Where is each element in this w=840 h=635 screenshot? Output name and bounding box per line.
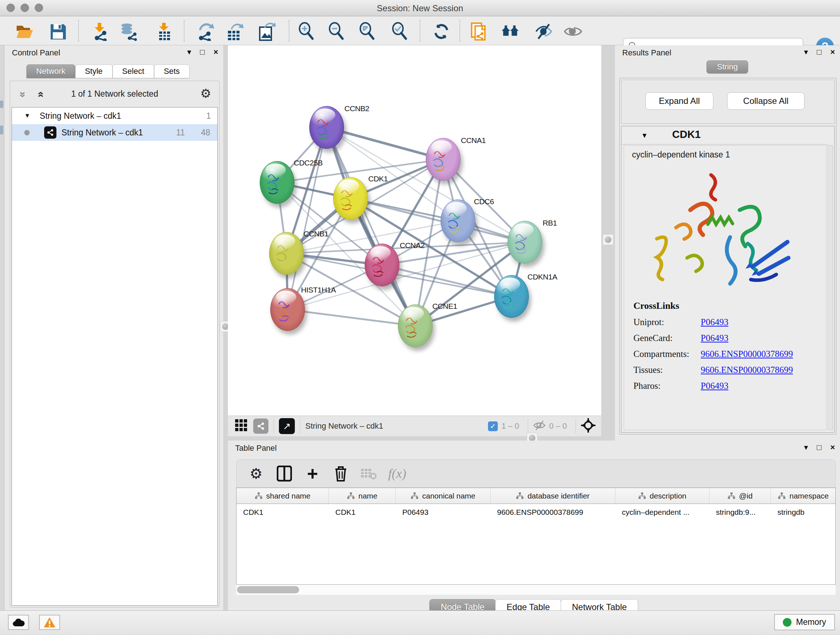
right-splitter[interactable]	[601, 45, 615, 440]
crosslink-link[interactable]: P06493	[701, 381, 728, 391]
collapse-gene-icon[interactable]: ▾	[643, 131, 646, 140]
crosslink-link[interactable]: 9606.ENSP00000378699	[701, 365, 793, 375]
column--id[interactable]: @id	[709, 488, 771, 504]
import-table-icon[interactable]	[155, 22, 174, 41]
expand-all-button[interactable]: Expand All	[645, 92, 714, 110]
column-namespace[interactable]: namespace	[771, 488, 836, 504]
export-network-icon[interactable]	[196, 22, 215, 41]
refresh-icon[interactable]	[432, 22, 451, 41]
node-CDKN1A[interactable]	[494, 275, 529, 318]
bottom-splitter[interactable]	[228, 436, 601, 440]
table-panel: Table Panel ▾ □ × ⚙ + f(x) shared namena…	[228, 440, 840, 610]
node-CCNB1[interactable]	[269, 232, 304, 275]
crosslink-link[interactable]: P06493	[701, 317, 728, 327]
node-CDC25B[interactable]	[260, 161, 294, 204]
edge-CCNE1-HIST1H1A[interactable]	[287, 310, 415, 326]
node-CDC6[interactable]	[441, 200, 475, 242]
network-canvas[interactable]: CCNB2CCNA1CDC25BCDK1CDC6RB1CCNB1CCNA2CDK…	[228, 45, 601, 416]
table-settings-gear-icon[interactable]: ⚙	[248, 465, 265, 482]
export-table-icon[interactable]	[225, 22, 244, 41]
memory-button[interactable]: Memory	[774, 614, 835, 630]
cell--id[interactable]: stringdb:9...	[709, 504, 771, 521]
node-CCNE1[interactable]	[398, 304, 433, 347]
string-home-icon[interactable]	[501, 22, 520, 41]
tree-expand-icon[interactable]: ▼	[24, 112, 30, 119]
panel-float-icon[interactable]: ▾	[804, 443, 808, 452]
import-network-from-database-icon[interactable]	[119, 22, 138, 41]
edge-CDK1-RB1[interactable]	[351, 198, 525, 242]
panel-float-icon[interactable]: ▾	[804, 48, 808, 57]
panel-close-icon[interactable]: ×	[830, 48, 835, 57]
cell-shared-name[interactable]: CDK1	[237, 504, 329, 521]
open-in-window-icon[interactable]: ↗	[279, 418, 295, 434]
results-panel-header: Results Panel ▾ □ ×	[615, 45, 840, 61]
table-h-scroll-thumb[interactable]	[237, 586, 299, 593]
panel-close-icon[interactable]: ×	[213, 48, 218, 57]
tab-style[interactable]: Style	[75, 65, 112, 78]
network-options-gear-icon[interactable]: ⚙	[201, 86, 211, 101]
node-HIST1H1A[interactable]	[270, 288, 305, 331]
birds-eye-crosshair-icon[interactable]	[581, 418, 595, 434]
hide-unselected-icon[interactable]	[535, 22, 554, 41]
warning-status-icon[interactable]	[39, 615, 60, 630]
cell-canonical-name[interactable]: P06493	[396, 504, 491, 521]
import-network-icon[interactable]	[90, 22, 109, 41]
tab-network[interactable]: Network	[27, 65, 75, 78]
delete-column-icon[interactable]	[332, 465, 349, 482]
collapse-all-button[interactable]: Collapse All	[727, 92, 805, 110]
gene-card-header[interactable]: ▾ CDK1	[622, 126, 829, 144]
show-columns-icon[interactable]	[276, 465, 293, 482]
network-row-selected[interactable]: String Network – cdk1 11 48	[12, 124, 218, 141]
node-CDK1[interactable]	[333, 177, 368, 220]
column-shared-name[interactable]: shared name	[237, 488, 329, 504]
column-database-identifier[interactable]: database identifier	[491, 488, 615, 504]
export-image-icon[interactable]	[257, 22, 276, 41]
grid-view-icon[interactable]	[235, 419, 248, 433]
column-name[interactable]: name	[329, 488, 396, 504]
cell-name[interactable]: CDK1	[329, 504, 396, 521]
network-collection-row[interactable]: ▼ String Network – cdk1 1	[12, 108, 218, 124]
crosslink-label: Uniprot:	[633, 317, 701, 327]
cell-description[interactable]: cyclin–dependent ...	[615, 504, 709, 521]
selected-nodes-checkbox-icon[interactable]: ✓	[488, 421, 498, 431]
tab-sets[interactable]: Sets	[154, 65, 189, 78]
node-RB1[interactable]	[508, 221, 542, 264]
results-scrollbar[interactable]	[828, 145, 833, 430]
open-session-icon[interactable]	[15, 22, 34, 41]
node-CCNA2[interactable]	[365, 244, 399, 287]
panel-maximize-icon[interactable]: □	[200, 48, 205, 57]
edge-CCNB2-CCNA1[interactable]	[327, 127, 443, 159]
zoom-fit-icon[interactable]	[358, 22, 377, 41]
node-attribute-icon	[411, 492, 418, 500]
zoom-in-icon[interactable]	[297, 22, 316, 41]
node-CCNA1[interactable]	[426, 138, 461, 181]
column-canonical-name[interactable]: canonical name	[396, 488, 491, 504]
table-h-scrollbar[interactable]	[236, 585, 836, 595]
network-current-dot-icon	[24, 130, 30, 135]
cloud-status-icon[interactable]	[8, 615, 29, 630]
left-splitter[interactable]	[223, 45, 228, 610]
network-share-toggle-icon[interactable]	[253, 418, 268, 434]
right-splitter-handle[interactable]	[603, 234, 614, 245]
panel-float-icon[interactable]: ▾	[187, 48, 191, 57]
add-column-icon[interactable]: +	[304, 465, 321, 482]
crosslink-link[interactable]: 9606.ENSP00000378699	[701, 349, 793, 359]
save-session-icon[interactable]	[49, 22, 67, 41]
zoom-selected-icon[interactable]	[391, 22, 409, 41]
table-row[interactable]: CDK1CDK1P064939606.ENSP00000378699cyclin…	[237, 504, 835, 521]
zoom-out-icon[interactable]	[327, 22, 346, 41]
panel-maximize-icon[interactable]: □	[817, 443, 821, 452]
column-description[interactable]: description	[615, 488, 709, 504]
tab-select[interactable]: Select	[112, 65, 154, 78]
clone-network-icon[interactable]	[470, 22, 488, 41]
panel-maximize-icon[interactable]: □	[817, 48, 821, 57]
crosslink-link[interactable]: P06493	[701, 333, 728, 343]
edge-CCNB2-HIST1H1A[interactable]	[287, 127, 327, 310]
edge-CCNB2-CCNE1[interactable]	[327, 127, 415, 326]
cell-namespace[interactable]: stringdb	[771, 504, 836, 521]
node-CCNB2[interactable]	[309, 106, 344, 149]
panel-close-icon[interactable]: ×	[830, 443, 835, 452]
cell-database-identifier[interactable]: 9606.ENSP00000378699	[491, 504, 615, 521]
show-all-icon[interactable]	[564, 22, 583, 41]
results-tab-string[interactable]: String	[706, 60, 748, 73]
